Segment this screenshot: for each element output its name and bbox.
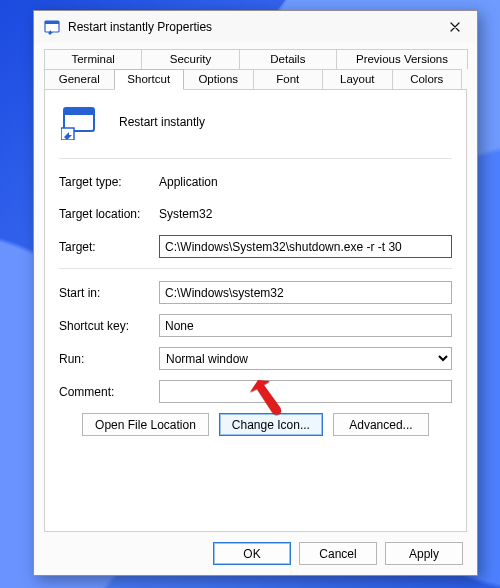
ok-button[interactable]: OK [213, 542, 291, 565]
target-location-value: System32 [159, 207, 212, 221]
shortcut-key-label: Shortcut key: [59, 319, 159, 333]
shortcut-key-input[interactable] [159, 314, 452, 337]
window-title: Restart instantly Properties [68, 20, 441, 34]
tab-options[interactable]: Options [183, 69, 254, 89]
tab-security[interactable]: Security [141, 49, 239, 69]
tab-layout[interactable]: Layout [322, 69, 393, 89]
start-in-label: Start in: [59, 286, 159, 300]
shortcut-icon [61, 104, 97, 140]
target-location-label: Target location: [59, 207, 159, 221]
tab-general[interactable]: General [44, 69, 115, 89]
svg-rect-1 [45, 21, 59, 24]
run-select[interactable]: Normal window [159, 347, 452, 370]
change-icon-button[interactable]: Change Icon... [219, 413, 323, 436]
close-button[interactable] [441, 17, 469, 37]
target-type-label: Target type: [59, 175, 159, 189]
comment-label: Comment: [59, 385, 159, 399]
tab-strip: Terminal Security Details Previous Versi… [44, 49, 467, 89]
target-label: Target: [59, 240, 159, 254]
tab-page-shortcut: Restart instantly Target type: Applicati… [44, 89, 467, 532]
window-icon [44, 19, 60, 35]
cancel-button[interactable]: Cancel [299, 542, 377, 565]
title-bar: Restart instantly Properties [34, 11, 477, 43]
tab-font[interactable]: Font [253, 69, 324, 89]
separator [59, 158, 452, 159]
separator [59, 268, 452, 269]
target-type-value: Application [159, 175, 218, 189]
open-file-location-button[interactable]: Open File Location [82, 413, 209, 436]
tab-terminal[interactable]: Terminal [44, 49, 142, 69]
tab-previous-versions[interactable]: Previous Versions [336, 49, 468, 69]
tab-shortcut[interactable]: Shortcut [114, 69, 185, 90]
shortcut-name: Restart instantly [119, 115, 205, 129]
advanced-button[interactable]: Advanced... [333, 413, 429, 436]
tab-colors[interactable]: Colors [392, 69, 463, 89]
target-input[interactable] [159, 235, 452, 258]
dialog-footer: OK Cancel Apply [44, 532, 467, 567]
tab-details[interactable]: Details [239, 49, 337, 69]
client-area: Terminal Security Details Previous Versi… [34, 43, 477, 575]
svg-rect-3 [64, 108, 94, 115]
run-label: Run: [59, 352, 159, 366]
apply-button[interactable]: Apply [385, 542, 463, 565]
properties-dialog: Restart instantly Properties Terminal Se… [33, 10, 478, 576]
start-in-input[interactable] [159, 281, 452, 304]
comment-input[interactable] [159, 380, 452, 403]
